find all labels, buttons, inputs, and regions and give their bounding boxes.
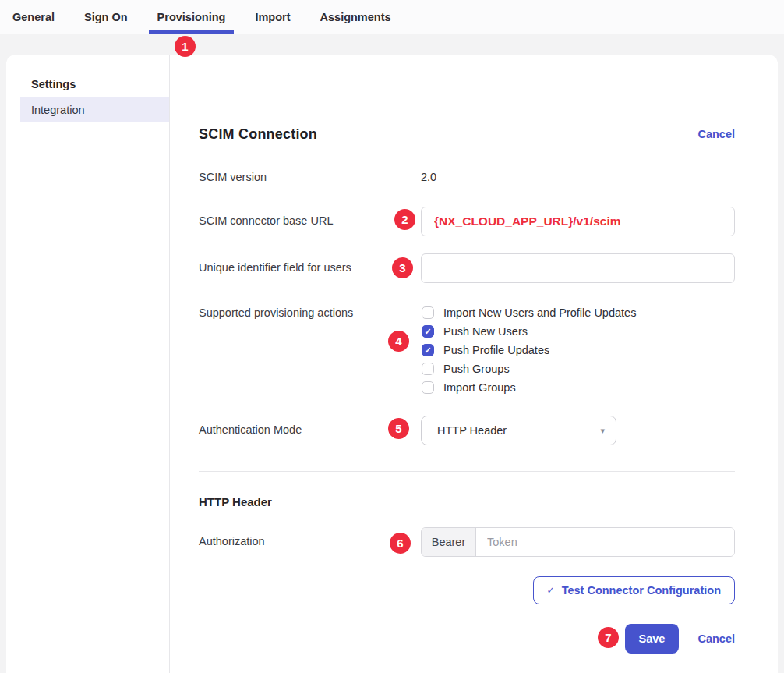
step-badge-3: 3 xyxy=(392,257,413,278)
authorization-input-group: Bearer xyxy=(421,527,735,557)
scim-version-label: SCIM version xyxy=(199,168,421,186)
base-url-label: SCIM connector base URL xyxy=(199,207,421,236)
checkbox-icon[interactable] xyxy=(422,363,434,375)
checkbox-import-groups[interactable]: Import Groups xyxy=(421,378,735,397)
auth-mode-select[interactable]: HTTP Header ▾ xyxy=(421,416,616,445)
unique-id-label: Unique identifier field for users xyxy=(199,253,421,283)
scim-connection-panel: SCIM Connection Cancel SCIM version 2.0 … xyxy=(170,55,778,673)
provisioning-settings-page: General Sign On Provisioning Import Assi… xyxy=(0,0,784,673)
checkbox-icon[interactable] xyxy=(422,306,434,319)
section-divider xyxy=(199,471,735,472)
chevron-down-icon: ▾ xyxy=(600,426,605,436)
scim-version-row: SCIM version 2.0 xyxy=(199,168,735,186)
step-badge-5: 5 xyxy=(388,418,409,439)
scim-version-value: 2.0 xyxy=(421,171,735,183)
checkbox-push-groups[interactable]: Push Groups xyxy=(421,360,735,378)
step-badge-6: 6 xyxy=(390,533,411,554)
provisioning-actions-label: Supported provisioning actions xyxy=(199,303,421,397)
checkbox-icon[interactable] xyxy=(422,381,434,394)
bearer-prefix: Bearer xyxy=(422,528,476,556)
tab-assignments[interactable]: Assignments xyxy=(312,0,400,34)
authorization-row: Authorization Bearer xyxy=(199,527,735,557)
form-actions: Save Cancel xyxy=(199,624,735,654)
checkbox-icon[interactable] xyxy=(422,344,434,356)
settings-sidebar: Settings Integration xyxy=(6,55,170,673)
tab-import[interactable]: Import xyxy=(246,0,298,34)
checkbox-push-profile-updates[interactable]: Push Profile Updates xyxy=(421,341,735,360)
checkbox-label: Push New Users xyxy=(443,325,528,338)
panel-header: SCIM Connection Cancel xyxy=(199,125,735,143)
save-button[interactable]: Save xyxy=(625,624,680,654)
app-tab-bar: General Sign On Provisioning Import Assi… xyxy=(0,0,784,34)
base-url-row: SCIM connector base URL xyxy=(199,207,735,236)
cancel-link-top[interactable]: Cancel xyxy=(697,128,735,140)
tab-sign-on[interactable]: Sign On xyxy=(76,0,136,34)
auth-mode-row: Authentication Mode HTTP Header ▾ xyxy=(199,416,735,445)
checkbox-push-new-users[interactable]: Push New Users xyxy=(421,322,735,341)
step-badge-7: 7 xyxy=(598,627,619,648)
provisioning-actions-list: Import New Users and Profile Updates Pus… xyxy=(421,303,735,397)
check-icon: ✓ xyxy=(547,585,555,596)
checkbox-label: Push Groups xyxy=(443,363,510,375)
cancel-button[interactable]: Cancel xyxy=(697,632,735,645)
scim-base-url-input[interactable] xyxy=(421,207,735,236)
unique-id-input[interactable] xyxy=(421,253,735,283)
page-title: SCIM Connection xyxy=(199,126,317,143)
auth-mode-selected-value: HTTP Header xyxy=(437,424,507,437)
step-badge-4: 4 xyxy=(388,331,409,352)
step-badge-1: 1 xyxy=(175,36,196,57)
checkbox-label: Push Profile Updates xyxy=(443,344,549,356)
test-connector-label: Test Connector Configuration xyxy=(562,584,721,597)
provisioning-actions-row: Supported provisioning actions Import Ne… xyxy=(199,303,735,397)
provisioning-card: Settings Integration SCIM Connection Can… xyxy=(6,55,778,673)
token-input[interactable] xyxy=(476,528,734,556)
checkbox-icon[interactable] xyxy=(422,325,434,338)
unique-id-row: Unique identifier field for users xyxy=(199,253,735,283)
test-row: ✓ Test Connector Configuration xyxy=(199,576,735,604)
checkbox-label: Import Groups xyxy=(443,381,516,394)
tab-general[interactable]: General xyxy=(4,0,63,34)
sidebar-item-integration[interactable]: Integration xyxy=(20,97,169,122)
sidebar-heading: Settings xyxy=(31,79,169,90)
tab-provisioning[interactable]: Provisioning xyxy=(149,0,235,34)
step-badge-2: 2 xyxy=(394,209,415,230)
authorization-label: Authorization xyxy=(199,527,421,557)
checkbox-import-new-users[interactable]: Import New Users and Profile Updates xyxy=(421,303,735,322)
checkbox-label: Import New Users and Profile Updates xyxy=(443,306,636,319)
http-header-section-heading: HTTP Header xyxy=(199,494,735,511)
test-connector-button[interactable]: ✓ Test Connector Configuration xyxy=(533,576,735,604)
